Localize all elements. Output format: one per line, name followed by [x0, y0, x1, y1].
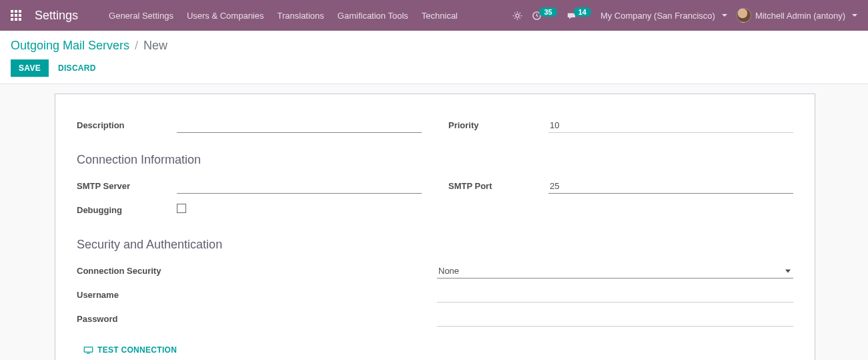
description-label: Description	[77, 120, 177, 133]
password-label: Password	[77, 314, 190, 327]
smtp-port-input[interactable]	[548, 179, 793, 194]
svg-rect-2	[19, 10, 21, 13]
apps-icon[interactable]	[11, 10, 21, 21]
svg-rect-0	[11, 10, 13, 13]
control-panel: Outgoing Mail Servers / New SAVE DISCARD	[0, 31, 868, 84]
discuss-count: 14	[574, 7, 591, 17]
svg-rect-5	[19, 14, 21, 17]
avatar	[737, 8, 751, 23]
section-security-header: Security and Authentication	[77, 238, 793, 252]
form-sheet: Description Priority Connection Informat…	[55, 94, 815, 360]
username-input[interactable]	[437, 288, 793, 303]
navbar: Settings General Settings Users & Compan…	[0, 0, 868, 31]
priority-input[interactable]	[548, 118, 793, 133]
breadcrumb-separator: /	[135, 39, 138, 53]
app-title[interactable]: Settings	[35, 9, 78, 23]
svg-point-9	[516, 14, 519, 17]
svg-rect-1	[15, 10, 17, 13]
chevron-down-icon	[785, 270, 791, 273]
svg-rect-6	[11, 18, 13, 21]
username-label: Username	[77, 290, 190, 303]
debugging-checkbox[interactable]	[177, 204, 186, 213]
smtp-server-input[interactable]	[177, 179, 422, 194]
discard-button[interactable]: DISCARD	[58, 63, 96, 73]
debug-icon[interactable]	[512, 11, 522, 21]
control-panel-buttons: SAVE DISCARD	[11, 59, 857, 77]
activities-count: 35	[539, 7, 556, 17]
svg-rect-3	[11, 14, 13, 17]
activities-icon[interactable]: 35	[532, 11, 556, 21]
menu-users-companies[interactable]: Users & Companies	[180, 11, 271, 21]
menu-translations[interactable]: Translations	[271, 11, 331, 21]
test-connection-label: TEST CONNECTION	[97, 345, 177, 355]
svg-rect-4	[15, 14, 17, 17]
navbar-menu: General Settings Users & Companies Trans…	[102, 11, 464, 21]
menu-gamification-tools[interactable]: Gamification Tools	[331, 11, 415, 21]
smtp-port-label: SMTP Port	[448, 181, 548, 194]
save-button[interactable]: SAVE	[11, 59, 49, 77]
breadcrumb: Outgoing Mail Servers / New	[11, 39, 857, 53]
navbar-right: 35 14 My Company (San Francisco) Mitchel…	[512, 8, 857, 23]
connection-security-label: Connection Security	[77, 266, 190, 279]
svg-rect-11	[84, 347, 93, 353]
test-connection-button[interactable]: TEST CONNECTION	[83, 345, 177, 355]
chevron-down-icon	[852, 14, 857, 17]
breadcrumb-current: New	[143, 39, 167, 53]
connection-security-select[interactable]	[437, 264, 793, 279]
user-menu[interactable]: Mitchell Admin (antony)	[737, 8, 857, 23]
debugging-label: Debugging	[77, 205, 177, 218]
password-input[interactable]	[437, 312, 793, 327]
discuss-icon[interactable]: 14	[566, 11, 591, 21]
section-connection-header: Connection Information	[77, 153, 793, 167]
company-switcher[interactable]: My Company (San Francisco)	[600, 11, 727, 21]
company-name: My Company (San Francisco)	[600, 11, 715, 21]
form-area: Description Priority Connection Informat…	[0, 94, 868, 360]
monitor-icon	[83, 346, 93, 354]
svg-rect-8	[19, 18, 21, 21]
smtp-server-label: SMTP Server	[77, 181, 177, 194]
priority-label: Priority	[448, 120, 548, 133]
chevron-down-icon	[722, 14, 727, 17]
svg-rect-7	[15, 18, 17, 21]
menu-general-settings[interactable]: General Settings	[102, 11, 180, 21]
description-input[interactable]	[177, 118, 422, 133]
user-name: Mitchell Admin (antony)	[755, 11, 845, 21]
menu-technical[interactable]: Technical	[415, 11, 464, 21]
breadcrumb-parent[interactable]: Outgoing Mail Servers	[11, 39, 129, 53]
